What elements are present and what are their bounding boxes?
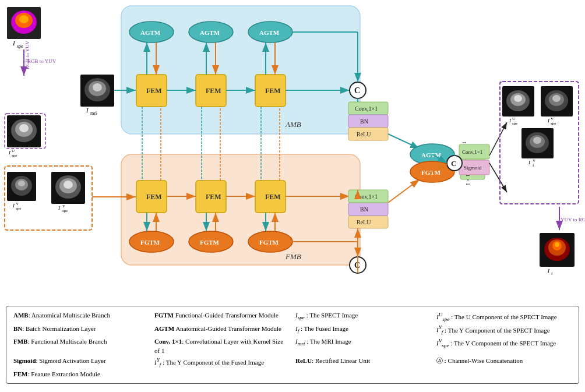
svg-text:Conv,1×1: Conv,1×1 — [355, 105, 378, 112]
svg-text:C: C — [354, 86, 360, 95]
svg-point-28 — [19, 124, 29, 132]
legend-if-y2-label: IYf : The Y Component of the Fused Image — [154, 356, 264, 369]
legend-bn: BN: Batch Normalization Layer — [13, 324, 149, 337]
svg-text:spe: spe — [62, 209, 68, 213]
legend-ispe-label: Ispe : The SPECT Image — [295, 311, 358, 322]
legend-ispe-v: IVspe : The V Component of the SPECT Ima… — [436, 337, 572, 355]
legend-conv: Conv, 1×1: Convolutional Layer with Kern… — [154, 337, 290, 355]
legend-fgtm: FGTM Functional-Guided Transformer Modul… — [154, 311, 290, 323]
svg-text:FMB: FMB — [285, 252, 301, 261]
svg-text:C: C — [451, 159, 456, 168]
main-container: AMB FMB I spe RGB to YUV RGB to YUV I mr… — [0, 0, 585, 392]
svg-text:AGTM: AGTM — [200, 29, 220, 36]
svg-text:I: I — [547, 268, 550, 274]
svg-line-106 — [388, 134, 420, 149]
svg-text:I: I — [12, 203, 15, 209]
svg-line-139 — [489, 163, 507, 192]
legend-agtm: AGTM Anatomical-Guided Transformer Modul… — [154, 324, 290, 337]
svg-line-138 — [489, 122, 507, 156]
legend-if-y: IYf : The Y Component of the SPECT Image — [436, 324, 572, 337]
svg-text:I: I — [528, 160, 531, 165]
svg-text:mri: mri — [90, 111, 97, 116]
svg-text:V: V — [551, 116, 554, 121]
svg-text:I: I — [86, 107, 89, 114]
legend-ispe-u-label: IUspe : The U Component of the SPECT Ima… — [436, 311, 557, 323]
legend-if-y2: IYf : The Y Component of the Fused Image — [154, 356, 290, 369]
legend-if: If : The Fused Image — [295, 324, 431, 337]
legend-concat: Ⓐ : Channel-Wise Concatenation — [436, 356, 572, 369]
svg-text:Y: Y — [16, 202, 19, 206]
legend-imri-label: Imri : The MRI Image — [295, 337, 351, 348]
svg-text:I: I — [547, 118, 550, 123]
svg-rect-116 — [348, 203, 388, 216]
svg-text:U: U — [512, 116, 515, 121]
legend-fem-label: FEM: Feature Extraction Module — [13, 370, 100, 379]
legend-ispe: Ispe : The SPECT Image — [295, 311, 431, 323]
svg-text:Sigmoid: Sigmoid — [464, 165, 482, 171]
svg-text:f: f — [533, 163, 534, 168]
svg-text:FEM: FEM — [206, 193, 221, 201]
svg-text:FEM: FEM — [146, 87, 162, 95]
svg-text:FEM: FEM — [206, 87, 221, 95]
svg-text:FGTM: FGTM — [421, 169, 441, 176]
svg-text:spe: spe — [512, 121, 517, 126]
legend-if-y-label: IYf : The Y Component of the SPECT Image — [436, 324, 550, 337]
legend-relu-label: ReLU: Rectified Linear Unit — [295, 356, 370, 365]
svg-text:FEM: FEM — [265, 87, 281, 95]
svg-point-36 — [18, 181, 25, 186]
svg-text:f: f — [551, 271, 553, 276]
svg-text:AGTM: AGTM — [421, 151, 442, 158]
legend-fem: FEM: Feature Extraction Module — [13, 370, 149, 379]
svg-point-168 — [555, 242, 559, 247]
legend-concat-label: Ⓐ : Channel-Wise Concatenation — [436, 356, 523, 365]
legend-fmb-label: FMB: Fanctional Multiscale Branch — [13, 337, 107, 346]
svg-point-21 — [93, 83, 102, 91]
legend-amb: AMB: Anatomical Multiscale Branch — [13, 311, 149, 323]
svg-text:U: U — [12, 149, 15, 153]
svg-point-151 — [552, 95, 561, 102]
svg-text:spe: spe — [551, 121, 556, 126]
svg-point-43 — [64, 181, 73, 189]
svg-line-120 — [388, 179, 420, 203]
legend-ispe-u: IUspe : The U Component of the SPECT Ima… — [436, 311, 572, 323]
legend-sigmoid-label: Sigmoid: Sigmoid Activation Layer — [13, 356, 106, 365]
svg-text:YUV to RGB: YUV to RGB — [561, 217, 585, 223]
svg-text:ReLU: ReLU — [357, 131, 371, 137]
svg-text:AGTM: AGTM — [259, 29, 280, 36]
legend-fmb: FMB: Fanctional Multiscale Branch — [13, 337, 149, 355]
legend-conv-label: Conv, 1×1: Convolutional Layer with Kern… — [154, 337, 290, 355]
svg-text:FEM: FEM — [146, 193, 162, 201]
svg-text:AGTM: AGTM — [140, 29, 161, 36]
svg-text:BN: BN — [360, 206, 368, 213]
svg-text:BN: BN — [360, 118, 368, 125]
legend-fgtm-label: FGTM Functional-Guided Transformer Modul… — [154, 311, 279, 320]
svg-point-12 — [19, 15, 29, 23]
svg-text:I: I — [509, 118, 512, 123]
legend-bn-label: BN: Batch Normalization Layer — [13, 324, 96, 333]
svg-text:RGB to YUV: RGB to YUV — [27, 58, 57, 64]
legend-ispe-v-label: IVspe : The V Component of the SPECT Ima… — [436, 337, 556, 349]
legend-sigmoid: Sigmoid: Sigmoid Activation Layer — [13, 356, 149, 369]
svg-text:spe: spe — [16, 206, 21, 211]
svg-text:Conv,1×1: Conv,1×1 — [462, 149, 482, 155]
svg-text:AMB: AMB — [285, 120, 301, 129]
svg-text:spe: spe — [12, 153, 17, 158]
svg-text:FEM: FEM — [265, 193, 281, 201]
legend-area: AMB: Anatomical Multiscale Branch FGTM F… — [6, 306, 579, 384]
svg-text:RGB to YUV: RGB to YUV — [24, 40, 30, 69]
legend-amb-label: AMB: Anatomical Multiscale Branch — [13, 311, 110, 320]
svg-text:FGTM: FGTM — [140, 239, 160, 246]
svg-point-144 — [514, 95, 522, 102]
svg-text:I: I — [12, 40, 16, 47]
svg-rect-102 — [348, 115, 388, 128]
legend-if-label: If : The Fused Image — [295, 324, 348, 335]
legend-agtm-label: AGTM Anatomical-Guided Transformer Modul… — [154, 324, 281, 333]
legend-relu: ReLU: Rectified Linear Unit — [295, 356, 431, 369]
architecture-diagram: AMB FMB I spe RGB to YUV RGB to YUV I mr… — [0, 0, 585, 303]
svg-text:I: I — [8, 150, 11, 156]
svg-text:spe: spe — [17, 44, 23, 49]
legend-imri: Imri : The MRI Image — [295, 337, 431, 355]
svg-text:FGTM: FGTM — [259, 239, 279, 246]
svg-text:I: I — [58, 205, 61, 211]
svg-point-158 — [533, 137, 541, 144]
